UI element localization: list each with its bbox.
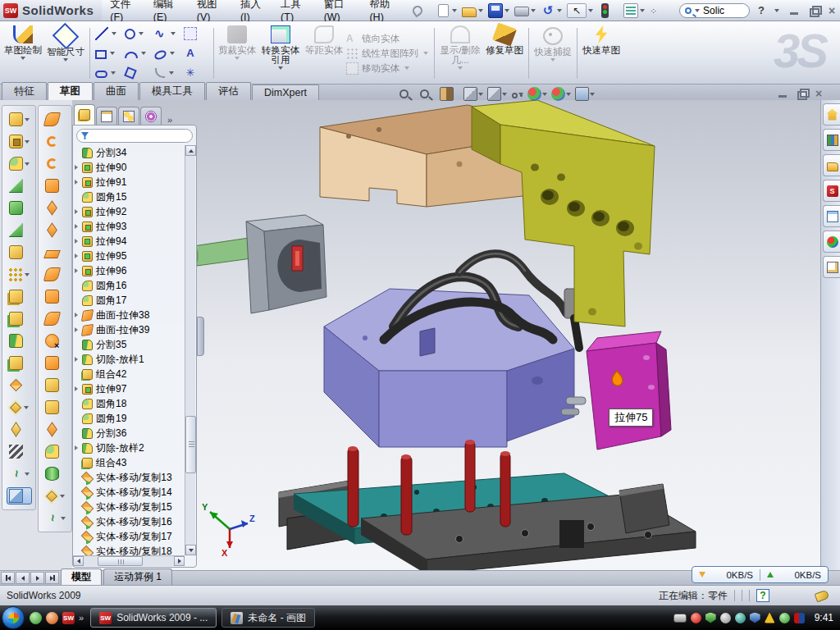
dual-tray-icon[interactable]: [794, 613, 805, 623]
smart-dimension-button[interactable]: 智能尺寸: [44, 23, 87, 84]
updater-tray-icon[interactable]: [779, 613, 790, 623]
tree-item[interactable]: 曲面-拉伸38: [75, 308, 185, 322]
sketch-text-icon[interactable]: A: [184, 47, 197, 60]
spline-icon[interactable]: ∿: [154, 27, 167, 40]
solidworks-quick-launch-icon[interactable]: SW: [62, 612, 75, 624]
tree-item[interactable]: 拉伸95: [75, 249, 185, 263]
curve-icon[interactable]: ~: [9, 467, 23, 481]
task-pane-tab[interactable]: [823, 231, 840, 253]
ribbon-tab[interactable]: 草图: [48, 82, 93, 100]
tree-item[interactable]: 圆角18: [75, 396, 185, 411]
scrollbar-thumb[interactable]: [98, 556, 143, 566]
lofted-surface-icon[interactable]: [43, 267, 60, 281]
swept-surface-icon[interactable]: [43, 112, 60, 126]
view-orientation-icon[interactable]: [463, 87, 477, 101]
help-dropdown-icon[interactable]: [774, 9, 779, 12]
replace-face-icon[interactable]: [45, 356, 59, 370]
trim-surface-icon[interactable]: [47, 222, 57, 237]
undo-icon[interactable]: ↺: [541, 3, 555, 18]
appearance-icon[interactable]: [527, 87, 541, 101]
core-block[interactable]: [324, 289, 586, 447]
knit-surface-icon[interactable]: [45, 378, 59, 392]
tree-item[interactable]: 切除-放样2: [75, 441, 185, 455]
tree-item[interactable]: 拉伸97: [75, 381, 185, 396]
dropdown-arrow-icon[interactable]: [61, 517, 66, 520]
mirror-icon[interactable]: [9, 290, 23, 304]
surface-curve-icon[interactable]: ~: [45, 511, 59, 525]
pin-icon[interactable]: [411, 3, 425, 17]
tree-horizontal-scrollbar[interactable]: [73, 555, 185, 566]
ribbon-tab[interactable]: 曲面: [94, 82, 139, 100]
surface-spark-icon[interactable]: [46, 490, 57, 501]
dropdown-arrow-icon[interactable]: [25, 140, 30, 144]
tree-item[interactable]: 实体-移动/复制18: [75, 544, 185, 555]
expander-icon[interactable]: [75, 445, 82, 450]
tree-item[interactable]: 圆角17: [75, 293, 185, 308]
tree-vertical-scrollbar[interactable]: [185, 145, 195, 555]
tree-item[interactable]: 实体-移动/复制17: [75, 529, 185, 544]
scroll-down-button[interactable]: [185, 545, 196, 555]
dropdown-arrow-icon[interactable]: [640, 9, 645, 12]
tree-item[interactable]: 拉伸92: [75, 204, 185, 219]
options-icon[interactable]: [623, 3, 638, 18]
search-input[interactable]: [701, 4, 744, 17]
dropdown-arrow-icon[interactable]: [502, 93, 507, 96]
reference-axis-icon[interactable]: [9, 445, 23, 459]
security-alert-tray-icon[interactable]: [691, 613, 701, 623]
start-button[interactable]: [2, 606, 25, 629]
rectangle-icon[interactable]: [95, 50, 107, 59]
status-help-icon[interactable]: ?: [756, 589, 769, 602]
tree-item[interactable]: 分割34: [75, 145, 185, 160]
dimxpertmanager-tab[interactable]: [140, 107, 162, 125]
dropdown-arrow-icon[interactable]: [566, 93, 571, 96]
dropdown-arrow-icon[interactable]: [478, 93, 483, 96]
circle-icon[interactable]: [125, 29, 135, 39]
display-style-icon[interactable]: [487, 87, 501, 101]
arc-icon[interactable]: [125, 52, 138, 58]
expander-icon[interactable]: [75, 239, 82, 244]
dropdown-arrow-icon[interactable]: [478, 9, 483, 12]
tag-icon[interactable]: [815, 589, 830, 602]
expander-icon[interactable]: [75, 313, 82, 317]
document-tab[interactable]: 模型: [61, 568, 102, 585]
shield-tray-icon[interactable]: [750, 613, 760, 623]
wrap-icon[interactable]: [9, 245, 23, 259]
tree-item[interactable]: 拉伸96: [75, 263, 185, 278]
antivirus-tray-icon[interactable]: [705, 613, 716, 623]
document-tab[interactable]: 运动算例 1: [103, 568, 172, 585]
dropdown-arrow-icon[interactable]: [25, 273, 30, 276]
tree-item[interactable]: 拉伸94: [75, 234, 185, 249]
more-tabs-button[interactable]: »: [167, 115, 172, 125]
dropdown-arrow-icon[interactable]: [111, 71, 116, 75]
planar-surface-icon[interactable]: [43, 250, 61, 258]
close-app-icon[interactable]: ×: [829, 6, 840, 16]
restore-app-icon[interactable]: [809, 6, 820, 16]
offset-surface-icon[interactable]: [45, 290, 59, 304]
tree-item[interactable]: 分割35: [75, 337, 185, 352]
zoom-fit-icon[interactable]: [399, 89, 409, 98]
task-pane-tab[interactable]: [823, 103, 840, 126]
linear-pattern-icon[interactable]: [8, 267, 23, 282]
extend-surface-icon[interactable]: [43, 312, 60, 326]
tree-item[interactable]: 组合42: [75, 367, 185, 381]
dropdown-arrow-icon[interactable]: [60, 495, 65, 498]
ellipse-icon[interactable]: [153, 48, 168, 61]
tree-item[interactable]: 拉伸93: [75, 219, 185, 234]
last-tab-button[interactable]: [45, 572, 59, 584]
tree-item[interactable]: 曲面-拉伸39: [75, 322, 185, 337]
delete-face-icon[interactable]: [45, 334, 59, 348]
scene-icon[interactable]: [551, 87, 565, 101]
rib-icon[interactable]: [9, 179, 23, 193]
boss-bodies-icon[interactable]: [9, 312, 23, 326]
expander-icon[interactable]: [75, 268, 82, 273]
quick-launch-overflow-icon[interactable]: »: [79, 613, 84, 623]
expander-icon[interactable]: [75, 180, 82, 185]
tree-item[interactable]: 拉伸90: [75, 160, 185, 175]
task-pane-tab[interactable]: [823, 129, 840, 151]
instant3d-icon[interactable]: [9, 489, 23, 503]
move-copy-body-icon[interactable]: [9, 379, 22, 392]
revolved-surface-icon[interactable]: [47, 136, 57, 147]
open-icon[interactable]: [462, 7, 477, 17]
task-pane-tab[interactable]: S: [823, 180, 840, 202]
next-tab-button[interactable]: [30, 572, 44, 584]
